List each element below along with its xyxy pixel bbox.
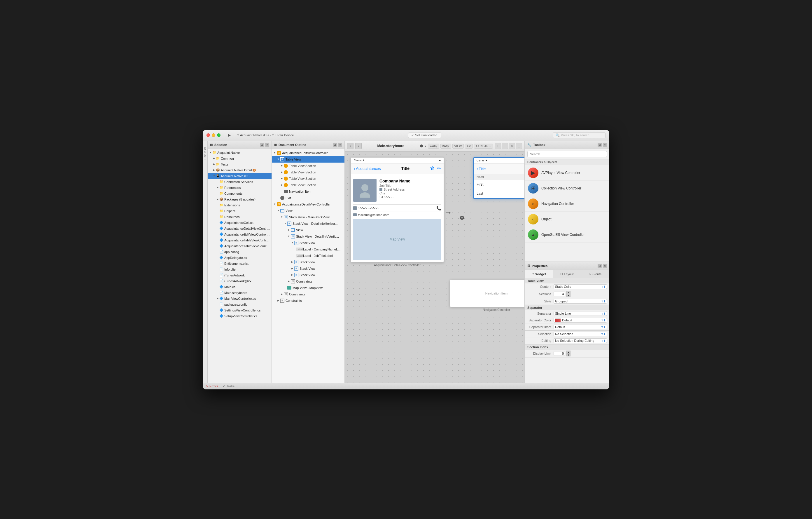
zoom-minus-btn[interactable]: −: [502, 143, 508, 149]
toolbox-close-icon[interactable]: ✕: [603, 143, 607, 147]
editing-select[interactable]: No Selection During Editing ⬆⬇: [554, 338, 607, 343]
outline-editvc[interactable]: ▼ ⊞ AcquaintanceEditViewController: [272, 150, 344, 156]
toolbox-item-opengl[interactable]: ▲ OpenGL ES View Controller: [525, 227, 609, 243]
canvas-wany-tool[interactable]: wAny: [428, 144, 439, 148]
outline-view[interactable]: ▼ View: [272, 208, 344, 214]
tree-item-components[interactable]: 📁 Components: [208, 191, 271, 196]
tree-item-settingsvc[interactable]: 🔷 SettingsViewController.cs: [208, 307, 271, 313]
outline-mapview[interactable]: Map View - MapView: [272, 284, 344, 291]
tree-item-extensions[interactable]: 📁 Extensions: [208, 202, 271, 208]
tree-item-resources[interactable]: 📁 Resources: [208, 214, 271, 220]
outline-label-company[interactable]: Label Label - CompanyNameL...: [272, 246, 344, 252]
outline-tvsection2[interactable]: ▶ Table View Section: [272, 169, 344, 175]
edit-back-btn[interactable]: ‹ Title: [476, 167, 486, 171]
tree-item-droid[interactable]: 📦 Acquaint.Native.Droid ℹ: [208, 167, 271, 173]
outline-constraints2[interactable]: ▶ ⊡ Constraints: [272, 291, 344, 297]
tab-layout[interactable]: ⊡ Layout: [553, 270, 581, 278]
outline-stackview4[interactable]: ▶ ⊞ Stack View: [272, 272, 344, 278]
zoom-fit-btn[interactable]: ⊡: [516, 143, 522, 149]
tree-item-mainvc[interactable]: 🔷 MainViewController.cs: [208, 296, 271, 302]
solution-close-icon[interactable]: ✕: [265, 143, 269, 147]
sections-decrement-btn[interactable]: ▼: [567, 294, 571, 297]
tree-item-entitlements[interactable]: 📄 Entitlements.plist: [208, 261, 271, 267]
tree-item-infoplist[interactable]: 📄 Info.plist: [208, 267, 271, 272]
zoom-reset-btn[interactable]: ○: [509, 143, 515, 149]
outline-constraints3[interactable]: ▶ ⊡ Constraints: [272, 297, 344, 304]
tree-item-setupvc[interactable]: 🔷 SetupViewController.cs: [208, 313, 271, 319]
outline-viewinner[interactable]: ▶ View: [272, 227, 344, 233]
tab-events[interactable]: ○ Events: [581, 270, 609, 278]
tree-item-helpers[interactable]: 📁 Helpers: [208, 208, 271, 214]
canvas-constr-tool[interactable]: CONSTR...: [474, 144, 493, 148]
minimize-button[interactable]: [212, 133, 215, 137]
selection-select[interactable]: No Selection ⬆⬇: [554, 332, 607, 336]
detail-back-btn[interactable]: ‹ Acquaintances: [354, 166, 381, 171]
outline-stackview2[interactable]: ▶ ⊞ Stack View: [272, 259, 344, 265]
edit-icon[interactable]: ✏: [437, 166, 441, 171]
display-limit-dec[interactable]: ▼: [567, 354, 571, 356]
canvas-dropdown-btn[interactable]: ▾: [425, 144, 426, 148]
separator-select[interactable]: Single Line ⬆⬇: [554, 311, 607, 316]
display-limit-inc[interactable]: ▲: [567, 351, 571, 354]
outline-navitem[interactable]: Navigation Item: [272, 188, 344, 195]
close-button[interactable]: [206, 133, 210, 137]
tree-item-common[interactable]: 📁 Common: [208, 156, 271, 161]
outline-stackvert[interactable]: ▼ ⊞ Stack View - DetailInfoVertic...: [272, 233, 344, 240]
edit-cell-last[interactable]: Last: [474, 189, 524, 198]
outline-detailvc[interactable]: ▼ ⊞ AcquaintanceDetailViewController: [272, 201, 344, 208]
global-search[interactable]: 🔍 Press '⌘,' to search: [553, 132, 606, 138]
tree-item-tests[interactable]: 📁 Tests: [208, 161, 271, 167]
play-button[interactable]: ▶: [226, 132, 232, 138]
toolbox-item-collectionvc[interactable]: ⊞ Collection View Controller: [525, 181, 609, 196]
outline-exit[interactable]: → Exit: [272, 195, 344, 201]
tasks-btn[interactable]: ✓ Tasks: [223, 384, 234, 388]
toolbox-search-input[interactable]: [527, 151, 607, 157]
props-close-icon[interactable]: ✕: [603, 264, 607, 268]
outline-tvsection3[interactable]: ▶ Table View Section: [272, 175, 344, 182]
sep-inset-select[interactable]: Default ⬆⬇: [554, 325, 607, 329]
tab-widget[interactable]: ⊸ Widget: [525, 270, 553, 278]
sections-increment-btn[interactable]: ▲: [567, 291, 571, 294]
tree-item-detailvc[interactable]: 🔷 AcquaintanceDetailViewControlle...: [208, 226, 271, 231]
tree-item-itunesartwork2x[interactable]: 📄 iTunesArtwork@2x: [208, 278, 271, 284]
canvas-forward-btn[interactable]: ›: [355, 143, 362, 149]
canvas-view-tool[interactable]: VIEW: [453, 144, 464, 148]
toolbox-item-avplayer[interactable]: ▶ AVPlayer View Controller: [525, 165, 609, 181]
tree-item-acquaintancecell[interactable]: 🔷 AcquaintanceCell.cs: [208, 220, 271, 226]
toolbox-item-navvc[interactable]: ○ Navigation Controller: [525, 196, 609, 212]
solution-expand-icon[interactable]: ⊡: [260, 143, 264, 147]
outline-constraints1[interactable]: ▶ ⊡ Constraints: [272, 278, 344, 284]
outline-stackmain[interactable]: ▼ ⊞ Stack View - MainStackView: [272, 214, 344, 220]
trash-icon[interactable]: 🗑: [430, 166, 435, 171]
outline-expand-icon[interactable]: ⊡: [333, 143, 337, 147]
tree-item-maincs[interactable]: 🔷 Main.cs: [208, 284, 271, 290]
sep-color-select[interactable]: Default ⬆⬇: [554, 318, 607, 323]
tree-item-editvc[interactable]: 🔷 AcquaintanceEditViewControlle...: [208, 231, 271, 237]
tree-item-root[interactable]: 📁 Acquaint.Native: [208, 150, 271, 156]
tree-item-pkgsconfig[interactable]: 📄 packages.config: [208, 302, 271, 307]
tree-item-appdelegate[interactable]: 🔷 AppDelegate.cs: [208, 255, 271, 261]
outline-tvsection4[interactable]: ▶ Table View Section: [272, 182, 344, 188]
toolbox-expand-icon[interactable]: ⊡: [598, 143, 602, 147]
display-limit-input[interactable]: [554, 351, 565, 356]
canvas-hany-tool[interactable]: hAny: [440, 144, 451, 148]
props-expand-icon[interactable]: ⊡: [598, 264, 602, 268]
errors-btn[interactable]: ⚠ Errors: [205, 384, 218, 388]
tree-item-packages[interactable]: 📦 Packages (5 updates): [208, 196, 271, 202]
outline-label-jobtitle[interactable]: Label Label - JobTitleLabel: [272, 252, 344, 259]
call-icon[interactable]: 📞: [436, 206, 441, 211]
maximize-button[interactable]: [217, 133, 221, 137]
toolbox-item-object[interactable]: ○ Object: [525, 212, 609, 227]
style-select[interactable]: Grouped ⬆⬇: [554, 299, 607, 304]
canvas-area[interactable]: → Carrier ✦ ■ ‹ Acquaintances: [345, 152, 524, 383]
tree-item-tablevc[interactable]: 🔷 AcquaintanceTableViewControlle...: [208, 237, 271, 243]
tree-item-connected[interactable]: 📁 Connected Services: [208, 179, 271, 185]
tree-item-ios[interactable]: 📱 Acquaint.Native.iOS: [208, 173, 271, 179]
content-select[interactable]: Static Cells ⬆⬇: [554, 284, 607, 289]
outline-tableview[interactable]: ▼ ⊞ Table View: [272, 156, 344, 163]
tree-item-appconfig[interactable]: 📄 app.config: [208, 249, 271, 255]
unit-tests-tab[interactable]: Unit Tests: [203, 141, 208, 383]
tree-item-tablesrc[interactable]: 🔷 AcquaintanceTableViewSource.cs: [208, 243, 271, 249]
outline-tvsection1[interactable]: ▶ Table View Section: [272, 163, 344, 169]
canvas-ge-tool[interactable]: Ge: [465, 144, 473, 148]
